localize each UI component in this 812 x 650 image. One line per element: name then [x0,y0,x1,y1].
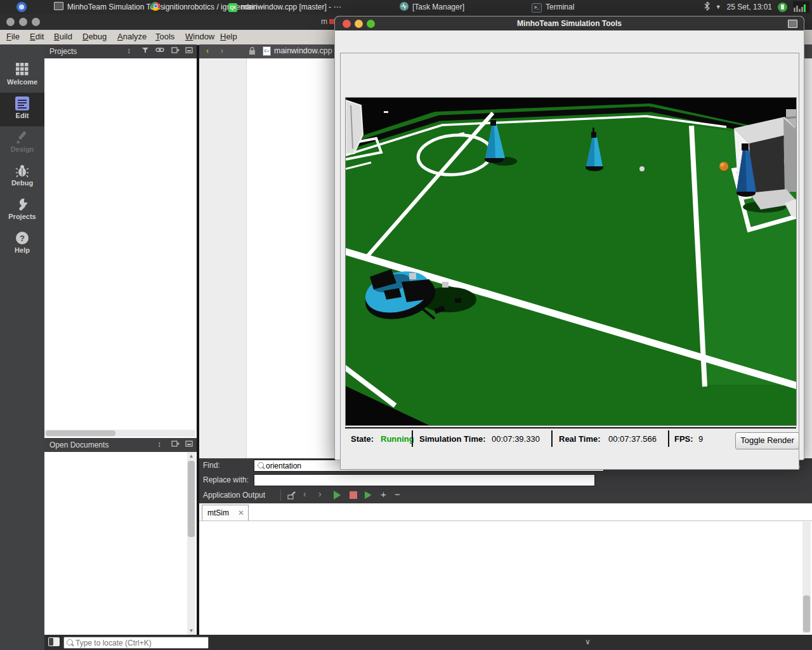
mode-label: Help [15,246,30,254]
mode-welcome[interactable]: Welcome [0,59,44,93]
toggle-render-button[interactable]: Toggle Render [735,432,799,449]
fps-value: 9 [698,434,703,444]
window-title: [Task Manager] [412,3,464,11]
mode-sidebar: WelcomeEditDesignDebugProjects?Help [0,44,44,650]
search-icon [258,462,264,468]
mode-edit[interactable]: Edit [0,93,44,126]
panel-selector-icon[interactable]: ↕ [157,440,161,449]
split-icon[interactable] [171,46,180,56]
clear-output-icon[interactable] [287,490,297,502]
sim-time-value: 00:07:39.330 [492,434,540,444]
next-item-icon[interactable]: › [318,489,322,499]
battery-icon[interactable] [778,3,787,12]
output-pane-header: Application Output ‹ › + − [199,488,812,503]
system-tray: ▼ 25 Set, 13:01 [704,0,812,14]
run-debug-icon[interactable] [364,491,374,501]
projects-panel-header: Projects ↕ [44,44,197,58]
projects-panel-title[interactable]: Projects [49,47,77,56]
mode-projects[interactable]: Projects [0,194,44,227]
menu-window[interactable]: Window [185,32,214,41]
taskbar-window-4[interactable]: [Task Manager] [400,0,464,14]
sim-app-icon [788,20,797,28]
window-title: mainwindow.cpp [master] - ⋯ [241,3,341,11]
mode-help[interactable]: ?Help [0,227,44,261]
open-documents-scrollbar[interactable]: ▲▼ [187,452,195,635]
open-documents-title[interactable]: Open Documents [49,441,108,449]
sim-time-label: Simulation Time: [419,434,486,444]
window-title: Terminal [546,3,574,11]
back-icon[interactable]: ‹ [206,46,209,55]
wrench-icon [15,197,29,211]
mode-label: Welcome [7,78,37,86]
taskbar-window-1[interactable]: MinhoTeam Simulation Tools [54,0,164,14]
menu-analyze[interactable]: Analyze [117,32,147,41]
term-icon: >_ [532,2,542,13]
stop-icon[interactable] [350,491,357,499]
close-tab-icon[interactable]: ✕ [238,508,244,517]
clock-date[interactable]: 25 Set, 13:01 [727,3,772,11]
fps-label: FPS: [674,434,693,444]
application-output-panel: mtSim ✕ [199,503,812,635]
prev-item-icon[interactable]: ‹ [303,489,306,499]
ide-maximize-button[interactable] [32,18,40,26]
editor-gutter [199,58,247,458]
task-icon [400,2,409,13]
split-icon[interactable] [171,440,180,449]
output-scrollbar[interactable] [802,522,811,633]
editor-filename[interactable]: mainwindow.cpp [274,46,332,55]
find-label: Find: [203,461,220,470]
zoom-in-icon[interactable]: + [381,489,386,500]
menu-help[interactable]: Help [220,32,237,41]
launcher-icon[interactable] [16,0,27,14]
close-panel-icon[interactable] [185,440,193,449]
lock-icon[interactable] [249,47,256,57]
sim-window: MinhoTeam Simulation Tools [334,16,804,460]
state-value: Running [381,434,414,444]
mode-label: Debug [11,179,33,187]
panel-selector-icon[interactable]: ↕ [127,46,131,55]
grid-icon [15,63,29,77]
mode-debug[interactable]: Debug [0,160,44,194]
file-type-icon: C+ [263,46,271,58]
ide-bottom-bar: ∨ [44,635,812,650]
forward-icon[interactable]: › [221,46,223,55]
system-monitor-widget[interactable] [793,1,809,13]
modified-icon [329,19,334,24]
filter-icon[interactable] [141,46,149,56]
output-pane-title[interactable]: Application Output [203,491,265,500]
ball [719,162,728,171]
sim-titlebar[interactable]: MinhoTeam Simulation Tools [335,17,804,30]
toggle-sidebar-icon[interactable] [48,637,60,646]
real-time-value: 00:07:37.566 [608,434,657,444]
ide-minimize-button[interactable] [19,18,27,26]
locator-input[interactable] [63,637,209,649]
output-tab[interactable]: mtSim ✕ [202,505,249,521]
menu-file[interactable]: File [6,32,20,41]
zoom-out-icon[interactable]: − [395,489,400,500]
help-icon: ? [15,231,29,245]
mini-ball [639,166,645,171]
taskbar-window-5[interactable]: >_Terminal [532,0,574,14]
menu-debug[interactable]: Debug [82,32,107,41]
ide-close-button[interactable] [6,18,15,26]
projects-tree [44,58,197,438]
run-icon[interactable] [334,491,341,500]
taskbar-window-3[interactable]: Qtmainwindow.cpp [master] - ⋯ [228,0,341,14]
search-icon [67,639,73,646]
bluetooth-icon[interactable] [704,1,710,13]
mode-label: Edit [16,112,29,119]
win-icon [54,2,63,12]
projects-hscrollbar[interactable] [44,430,195,437]
sync-icon[interactable] [155,46,164,56]
render-viewport[interactable] [345,97,797,426]
menu-tools[interactable]: Tools [155,32,174,41]
output-panes-menu-icon[interactable]: ∨ [585,637,591,646]
qt-icon: Qt [228,2,237,12]
menu-edit[interactable]: Edit [30,32,44,41]
sim-window-title: MinhoTeam Simulation Tools [335,19,804,28]
replace-label: Replace with: [203,475,249,484]
close-panel-icon[interactable] [185,46,193,56]
volume-icon[interactable]: ▼ [716,4,721,10]
replace-input[interactable] [254,474,595,486]
menu-build[interactable]: Build [54,32,72,41]
